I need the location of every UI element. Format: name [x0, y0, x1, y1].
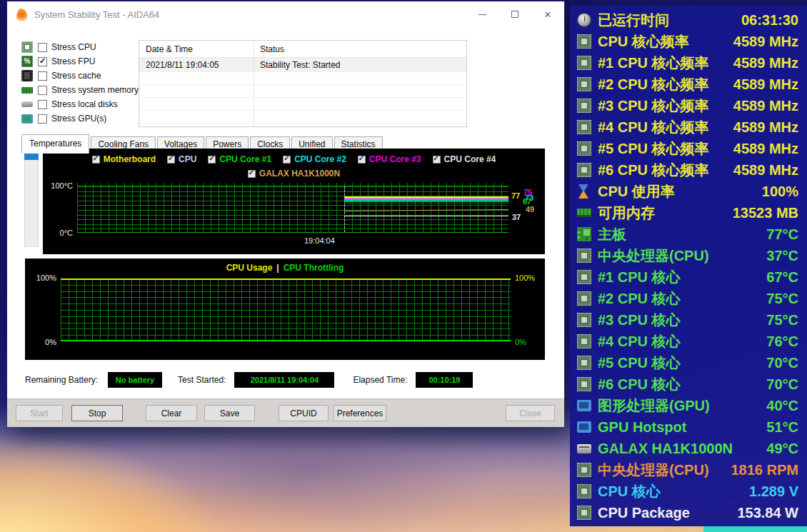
sensor-label: 主板	[598, 225, 761, 244]
checkbox-unchecked-icon[interactable]	[38, 43, 47, 52]
stress-option-cpu[interactable]: Stress CPU	[21, 40, 139, 54]
legend-item-galax-psu[interactable]: GALAX HA1K1000N	[248, 169, 340, 179]
stress-option-cache[interactable]: Stress cache	[21, 69, 139, 83]
sensor-row-core4-clock: #4 CPU 核心频率 4589 MHz	[570, 116, 807, 138]
chart-title-usage: CPU Usage	[226, 263, 273, 273]
table-header[interactable]: Date & Time Status	[139, 41, 466, 58]
stress-option-memory[interactable]: Stress system memory	[21, 83, 139, 97]
sensor-row-core2-clock: #2 CPU 核心频率 4589 MHz	[570, 74, 807, 95]
sensor-value: 37°C	[766, 248, 798, 264]
checkbox-unchecked-icon[interactable]	[38, 100, 47, 109]
legend-item-cpu-core-1[interactable]: CPU Core #1	[208, 154, 271, 164]
cpu-icon	[577, 291, 591, 306]
cpu-icon	[577, 34, 591, 49]
sensor-row-core5-clock: #5 CPU 核心频率 4589 MHz	[570, 138, 807, 159]
stress-option-gpu[interactable]: Stress GPU(s)	[21, 111, 139, 126]
memory-icon	[21, 87, 33, 94]
column-header-datetime[interactable]: Date & Time	[139, 44, 254, 54]
checkbox-unchecked-icon[interactable]	[38, 71, 47, 81]
close-button[interactable]: ✕	[531, 1, 564, 27]
sensor-row-psu-temp: GALAX HA1K1000N 49°C	[570, 438, 807, 459]
stability-test-window: System Stability Test - AIDA64 ✕ Stress …	[7, 1, 564, 427]
cpuid-button[interactable]: CPUID	[279, 405, 329, 421]
series-line-cpu	[344, 216, 508, 216]
sensor-value: 06:31:30	[741, 12, 798, 29]
checkbox-checked-icon[interactable]	[283, 156, 291, 164]
percent-icon	[21, 56, 33, 67]
legend-label: GALAX HA1K1000N	[259, 169, 340, 179]
legend-item-cpu[interactable]: CPU	[167, 154, 196, 164]
checkbox-checked-icon[interactable]	[208, 156, 216, 164]
window-title: System Stability Test - AIDA64	[34, 9, 159, 20]
save-button[interactable]: Save	[204, 405, 255, 421]
minimize-icon	[478, 14, 486, 15]
sensor-label: CPU 核心	[598, 482, 743, 501]
stress-option-disks[interactable]: Stress local disks	[21, 97, 139, 111]
maximize-button[interactable]	[498, 1, 531, 27]
sensor-label: 中央处理器(CPU)	[598, 461, 726, 480]
series-line-cpu-core-2	[344, 199, 508, 201]
test-started-value-box: 2021/8/11 19:04:04	[234, 372, 334, 388]
checkbox-checked-icon[interactable]	[92, 156, 100, 164]
minimize-button[interactable]	[466, 1, 498, 27]
cpu-icon	[577, 163, 591, 177]
sensor-label: #4 CPU 核心	[598, 332, 761, 351]
cpu-icon	[21, 41, 33, 53]
table-row[interactable]: 2021/8/11 19:04:05 Stability Test: Start…	[139, 58, 466, 72]
cpu-icon	[577, 377, 591, 391]
close-dialog-button[interactable]: Close	[506, 405, 555, 421]
sensor-value: 100%	[762, 184, 798, 200]
legend-item-motherboard[interactable]: Motherboard	[92, 154, 156, 164]
cpu-icon	[577, 141, 591, 156]
gpu-icon	[21, 114, 33, 124]
stress-option-fpu[interactable]: Stress FPU	[21, 54, 139, 69]
sensor-value: 1816 RPM	[731, 462, 799, 478]
tab-temperatures[interactable]: Temperatures	[21, 134, 89, 154]
legend-item-cpu-core-4[interactable]: CPU Core #4	[433, 154, 496, 164]
sensor-label: #6 CPU 核心	[598, 375, 761, 394]
column-header-status[interactable]: Status	[254, 44, 466, 54]
cpu-icon	[577, 313, 591, 327]
sensor-value: 76°C	[766, 333, 798, 350]
checkbox-checked-icon[interactable]	[358, 156, 366, 164]
battery-label: Remaining Battery:	[25, 375, 98, 385]
cpu-icon	[577, 356, 591, 370]
status-log-table: Date & Time Status 2021/8/11 19:04:05 St…	[139, 40, 467, 127]
titlebar[interactable]: System Stability Test - AIDA64 ✕	[7, 1, 564, 27]
sensor-label: #1 CPU 核心频率	[598, 54, 728, 73]
stop-button[interactable]: Stop	[71, 405, 123, 421]
chart-scrollbar[interactable]	[24, 151, 39, 247]
gpu-icon	[577, 421, 591, 433]
value-label-galax: 49	[526, 205, 534, 214]
sensor-row-core4-temp: #4 CPU 核心 76°C	[570, 331, 807, 352]
checkbox-checked-icon[interactable]	[167, 156, 175, 164]
test-started-label: Test Started:	[178, 375, 226, 385]
preferences-button[interactable]: Preferences	[334, 405, 386, 421]
sensor-value: 40°C	[766, 398, 798, 414]
cpu-icon	[577, 77, 591, 91]
chart-title: CPU Usage|CPU Throttling	[25, 263, 545, 273]
checkbox-checked-icon[interactable]	[248, 170, 256, 178]
sensor-value: 4589 MHz	[733, 55, 798, 71]
sensor-row-core5-temp: #5 CPU 核心 70°C	[570, 352, 807, 373]
stress-option-label: Stress local disks	[51, 99, 118, 109]
sensor-row-core1-clock: #1 CPU 核心频率 4589 MHz	[570, 52, 807, 74]
sensor-row-uptime: 已运行时间 06:31:30	[570, 9, 807, 31]
series-line-cpu-throttling	[61, 340, 511, 341]
checkbox-unchecked-icon[interactable]	[38, 114, 47, 124]
flame-icon	[16, 8, 28, 21]
sensor-row-motherboard-temp: 主板 77°C	[570, 224, 807, 245]
start-button[interactable]: Start	[16, 405, 63, 421]
series-line-cpu-usage	[61, 278, 511, 280]
checkbox-checked-icon[interactable]	[38, 57, 47, 66]
legend-item-cpu-core-2[interactable]: CPU Core #2	[283, 154, 346, 164]
sensor-value: 70°C	[766, 376, 798, 393]
table-empty-row	[139, 72, 466, 85]
sensor-row-cpu-clock: CPU 核心频率 4589 MHz	[570, 31, 807, 52]
cpu-icon	[577, 334, 591, 348]
button-bar: Start Stop Clear Save CPUID Preferences …	[7, 398, 564, 427]
checkbox-unchecked-icon[interactable]	[38, 86, 47, 95]
clear-button[interactable]: Clear	[146, 405, 197, 421]
legend-item-cpu-core-3[interactable]: CPU Core #3	[358, 154, 421, 164]
checkbox-checked-icon[interactable]	[433, 156, 441, 164]
